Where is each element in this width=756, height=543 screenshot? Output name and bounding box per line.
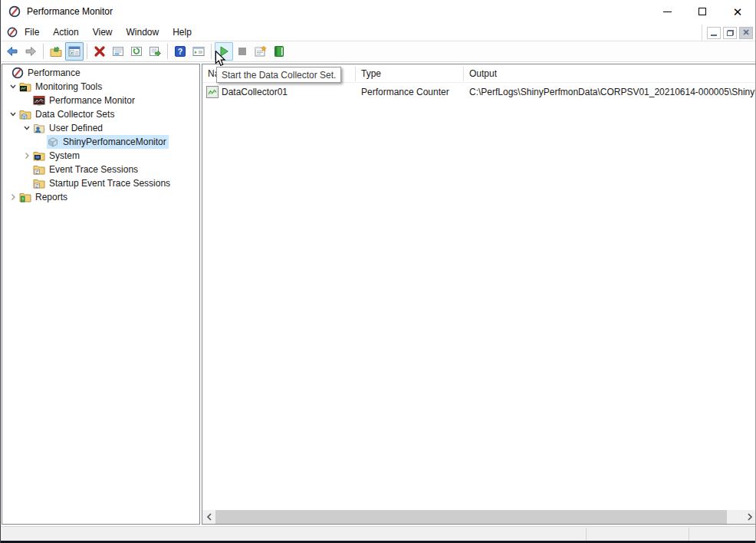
export-list-icon bbox=[149, 45, 161, 58]
cell-type: Performance Counter bbox=[361, 87, 449, 97]
chevron-placeholder bbox=[35, 136, 47, 148]
toolbar-separator bbox=[167, 44, 168, 59]
show-console-tree-icon bbox=[68, 45, 81, 58]
delete-button[interactable] bbox=[90, 42, 109, 61]
forward-icon bbox=[25, 45, 37, 58]
action-pane-button[interactable] bbox=[189, 42, 208, 61]
folder-user-icon bbox=[33, 122, 45, 134]
tooltip-text: Start the Data Collector Set. bbox=[222, 70, 336, 81]
export-list-button[interactable] bbox=[146, 42, 164, 61]
chevron-expanded-icon[interactable] bbox=[7, 81, 19, 93]
tree-item-system[interactable]: System bbox=[2, 149, 199, 163]
menu-window[interactable]: Window bbox=[120, 24, 166, 41]
folder-computer-icon bbox=[33, 150, 45, 162]
chevron-expanded-icon[interactable] bbox=[21, 122, 33, 134]
start-tooltip: Start the Data Collector Set. bbox=[216, 67, 341, 83]
tree-item-label: Data Collector Sets bbox=[35, 109, 114, 120]
back-icon bbox=[6, 45, 18, 58]
tree-item-reports[interactable]: Reports bbox=[2, 190, 199, 204]
column-header-output[interactable]: Output bbox=[464, 66, 756, 81]
mdi-restore-button[interactable] bbox=[723, 27, 737, 39]
tree-item-label: System bbox=[49, 150, 80, 161]
menu-bar: File Action View Window Help ✕ bbox=[1, 23, 755, 41]
new-data-collector-set-icon bbox=[255, 45, 267, 58]
tree-item-monitoring-tools[interactable]: Monitoring Tools bbox=[2, 80, 199, 94]
export-folder-button[interactable] bbox=[47, 42, 65, 61]
statusbar-separator bbox=[586, 528, 587, 541]
mdi-minimize-button[interactable] bbox=[707, 27, 721, 39]
performance-counter-icon bbox=[206, 86, 219, 98]
scrollbar-thumb[interactable] bbox=[215, 510, 727, 524]
svg-text:01: 01 bbox=[35, 186, 38, 189]
toolbar-separator bbox=[211, 44, 212, 59]
properties-button[interactable] bbox=[109, 42, 127, 61]
tree-item-event-trace-sessions[interactable]: 1001 Event Trace Sessions bbox=[2, 163, 199, 176]
folder-report-icon bbox=[19, 191, 31, 203]
data-collector-log-button[interactable] bbox=[270, 42, 288, 61]
tree-item-performance-monitor[interactable]: Performance Monitor bbox=[2, 94, 199, 107]
chevron-placeholder bbox=[21, 94, 33, 107]
statusbar-separator bbox=[689, 528, 689, 541]
folder-cube-icon bbox=[19, 108, 31, 120]
show-console-tree-button[interactable] bbox=[65, 42, 84, 61]
mouse-cursor-icon bbox=[215, 51, 226, 67]
tree-item-label: Performance bbox=[28, 67, 81, 78]
tree-item-user-defined[interactable]: User Defined bbox=[2, 121, 199, 135]
menu-action[interactable]: Action bbox=[46, 24, 85, 41]
stop-button[interactable] bbox=[233, 42, 251, 61]
tree-item-label: ShinyPerfomanceMonitor bbox=[63, 137, 166, 147]
menu-view[interactable]: View bbox=[86, 24, 120, 41]
tree-item-data-collector-sets[interactable]: Data Collector Sets bbox=[2, 107, 199, 121]
help-button[interactable]: ? bbox=[171, 42, 189, 61]
close-button[interactable]: ✕ bbox=[720, 0, 755, 23]
export-folder-icon bbox=[50, 45, 62, 58]
tree-item-label: Monitoring Tools bbox=[35, 81, 102, 92]
list-row-datacollector01[interactable]: DataCollector01 Performance Counter C:\P… bbox=[202, 84, 756, 100]
results-pane: Name Type Output DataCollector01 Perform… bbox=[202, 64, 756, 525]
maximize-button[interactable] bbox=[685, 0, 720, 23]
mdi-window-controls: ✕ bbox=[702, 25, 753, 41]
mdi-minimize-icon bbox=[711, 35, 717, 36]
folder-monitor-icon bbox=[19, 81, 31, 93]
tree-item-label: Event Trace Sessions bbox=[49, 164, 138, 175]
minimize-icon bbox=[663, 12, 672, 12]
forward-button[interactable] bbox=[21, 42, 40, 61]
stop-icon bbox=[236, 45, 248, 58]
scroll-right-arrow[interactable] bbox=[743, 510, 756, 524]
close-icon: ✕ bbox=[733, 6, 743, 18]
horizontal-scrollbar[interactable] bbox=[202, 510, 756, 524]
tree-item-startup-event-trace-sessions[interactable]: 1001 Startup Event Trace Sessions bbox=[2, 176, 199, 190]
tree-item-label: Startup Event Trace Sessions bbox=[49, 178, 170, 189]
svg-text:01: 01 bbox=[35, 172, 38, 175]
delete-icon bbox=[94, 45, 106, 58]
column-header-type[interactable]: Type bbox=[356, 66, 464, 81]
tree-item-label: Performance Monitor bbox=[49, 95, 135, 106]
status-bar bbox=[1, 526, 755, 541]
main-area: Performance Monitoring Tools Performance… bbox=[1, 63, 756, 525]
menu-file[interactable]: File bbox=[18, 24, 46, 41]
new-data-collector-set-button[interactable] bbox=[251, 42, 270, 61]
refresh-button[interactable] bbox=[127, 42, 146, 61]
svg-text:?: ? bbox=[178, 47, 182, 56]
scroll-left-arrow[interactable] bbox=[202, 510, 215, 524]
chevron-expanded-icon[interactable] bbox=[7, 108, 19, 120]
minimize-button[interactable] bbox=[649, 0, 685, 23]
scrollbar-track[interactable] bbox=[727, 510, 743, 524]
chevron-collapsed-icon[interactable] bbox=[21, 150, 33, 162]
tree-item-performance[interactable]: Performance bbox=[2, 66, 199, 80]
perfmon-menu-icon bbox=[7, 27, 18, 38]
title-bar: Performance Monitor ✕ bbox=[1, 0, 755, 23]
chevron-collapsed-icon[interactable] bbox=[7, 191, 19, 203]
monitor-chart-icon bbox=[33, 94, 45, 107]
data-collector-log-icon bbox=[273, 45, 285, 58]
menu-help[interactable]: Help bbox=[166, 24, 199, 41]
back-button[interactable] bbox=[3, 42, 21, 61]
mdi-restore-icon bbox=[727, 30, 734, 36]
window-title: Performance Monitor bbox=[27, 6, 113, 17]
mdi-close-button[interactable]: ✕ bbox=[739, 27, 753, 39]
tree-item-shinyperfomancemonitor[interactable]: ShinyPerfomanceMonitor bbox=[2, 135, 199, 149]
help-icon: ? bbox=[174, 45, 186, 58]
maximize-icon bbox=[698, 8, 706, 15]
refresh-icon bbox=[130, 45, 143, 58]
console-tree-pane: Performance Monitoring Tools Performance… bbox=[2, 64, 200, 525]
